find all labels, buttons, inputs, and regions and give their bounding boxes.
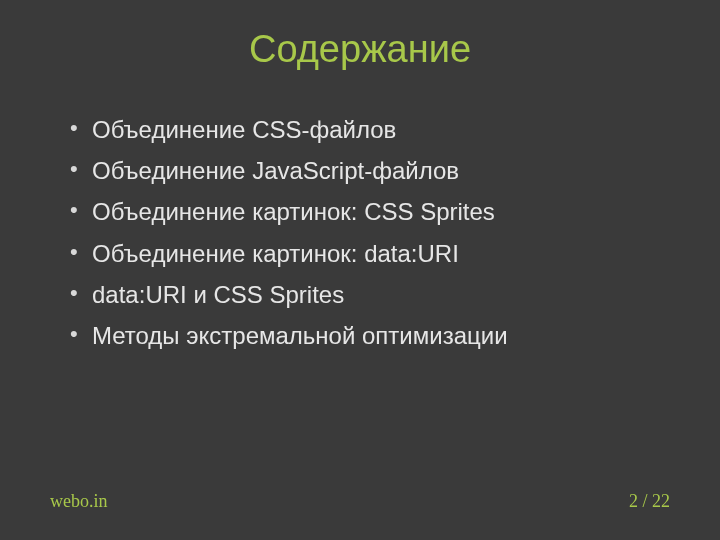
slide: Содержание Объединение CSS-файлов Объеди… — [0, 0, 720, 540]
list-item: Методы экстремальной оптимизации — [70, 317, 670, 354]
list-item: data:URI и CSS Sprites — [70, 276, 670, 313]
list-item: Объединение CSS-файлов — [70, 111, 670, 148]
slide-title: Содержание — [0, 0, 720, 71]
footer-page-number: 2 / 22 — [629, 491, 670, 512]
footer-site: webo.in — [50, 491, 108, 512]
slide-content: Объединение CSS-файлов Объединение JavaS… — [0, 71, 720, 354]
list-item: Объединение картинок: CSS Sprites — [70, 193, 670, 230]
bullet-list: Объединение CSS-файлов Объединение JavaS… — [70, 111, 670, 354]
list-item: Объединение картинок: data:URI — [70, 235, 670, 272]
list-item: Объединение JavaScript-файлов — [70, 152, 670, 189]
